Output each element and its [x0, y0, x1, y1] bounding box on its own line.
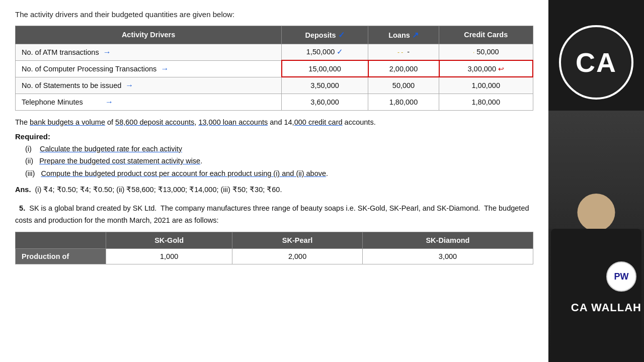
deposits-tick-icon: ✓ — [338, 31, 345, 39]
answer-text: Ans. (i) ₹4; ₹0.50; ₹4; ₹0.50; (ii) ₹58,… — [15, 184, 533, 196]
sidebar: CA PW CA WALLAH — [548, 0, 644, 362]
activity-table: Activity Drivers Deposits ✓ Loans ↗ Cred… — [15, 26, 533, 111]
required-label: Required: — [15, 132, 533, 141]
14000-underline: 000 credit card — [294, 118, 343, 126]
main-content: The activity drivers and their budgeted … — [0, 0, 548, 362]
sk-table-row: Production of 1,000 2,000 3,000 — [16, 248, 533, 264]
telephone-loans: 1,80,000 — [368, 94, 439, 110]
atm-credit: · 50,000 — [439, 44, 533, 60]
q5-number: 5. — [19, 204, 25, 212]
production-label: Production of — [16, 248, 106, 264]
col-header-activity: Activity Drivers — [16, 26, 282, 44]
prod-pearl: 2,000 — [232, 248, 363, 264]
required-item-iii: (iii) Compute the budgeted product cost … — [25, 167, 533, 180]
col-header-deposits: Deposits ✓ — [282, 26, 368, 44]
curve-icon: ↩ — [498, 65, 504, 73]
prepare-underline: Prepare the budgeted cost statement acti… — [39, 157, 200, 165]
statements-deposits: 3,50,000 — [282, 77, 368, 94]
required-item-i: (i) Calculate the budgeted rate for each… — [25, 143, 533, 155]
prod-diamond: 3,000 — [362, 248, 533, 264]
atm-deposits: 1,50,000 ✓ — [282, 44, 368, 60]
dot-icon: · — [473, 49, 474, 56]
required-item-ii: (ii) Prepare the budgeted cost statement… — [25, 155, 533, 167]
sk-col-diamond: SK-Diamond — [362, 232, 533, 248]
q5-text: 5. SK is a global brand created by SK Lt… — [15, 203, 533, 227]
bank-paragraph: The bank budgets a volume of 58,600 depo… — [15, 117, 533, 128]
ans-label: Ans. — [15, 186, 31, 194]
sk-col-empty — [16, 232, 106, 248]
sk-table: SK-Gold SK-Pearl SK-Diamond Production o… — [15, 232, 533, 264]
check-icon: ✓ — [337, 48, 343, 56]
table-row: No. of Statements to be issued → 3,50,00… — [16, 77, 533, 94]
dash-icon: - - — [397, 49, 403, 56]
13000-underline: 13,000 loan accounts — [198, 118, 268, 126]
statements-loans: 50,000 — [368, 77, 439, 94]
arrow-icon: → — [160, 64, 169, 73]
atm-loans: - - - — [368, 44, 439, 60]
row-computer-label: No. of Computer Processing Transactions … — [16, 60, 282, 77]
loans-arrow-icon: ↗ — [412, 31, 419, 39]
row-telephone-label: Telephone Minutes → — [16, 94, 282, 110]
person-head — [578, 194, 615, 231]
prod-gold: 1,000 — [106, 248, 232, 264]
sk-col-pearl: SK-Pearl — [232, 232, 363, 248]
person-area: PW CA WALLAH — [548, 111, 644, 362]
table-row: No. of Computer Processing Transactions … — [16, 60, 533, 77]
table-row: Telephone Minutes → 3,60,000 1,80,000 1,… — [16, 94, 533, 110]
question-5-block: 5. SK is a global brand created by SK Lt… — [15, 203, 533, 227]
row-atm-label: No. of ATM transactions → — [16, 44, 282, 60]
required-list: (i) Calculate the budgeted rate for each… — [15, 143, 533, 180]
intro-paragraph: The activity drivers and their budgeted … — [15, 9, 533, 21]
telephone-credit: 1,80,000 — [439, 94, 533, 110]
telephone-deposits: 3,60,000 — [282, 94, 368, 110]
computer-loans: 2,00,000 — [368, 60, 439, 77]
row-statements-label: No. of Statements to be issued → — [16, 77, 282, 94]
ca-logo-circle: CA — [559, 25, 633, 100]
ca-logo-text: CA — [576, 47, 617, 78]
table-row: No. of ATM transactions → 1,50,000 ✓ - -… — [16, 44, 533, 60]
sk-col-gold: SK-Gold — [106, 232, 232, 248]
pw-text: PW — [614, 272, 629, 282]
person-shadow — [548, 229, 644, 362]
calculate-underline: Calculate the budgeted rate for each act… — [40, 145, 182, 153]
col-header-credit-cards: Credit Cards — [439, 26, 533, 44]
statements-credit: 1,00,000 — [439, 77, 533, 94]
arrow-icon: → — [105, 98, 113, 106]
required-section: Required: (i) Calculate the budgeted rat… — [15, 132, 533, 180]
arrow-icon: → — [125, 81, 133, 89]
58600-underline: 58,600 deposit accounts — [115, 118, 194, 126]
compute-underline: Compute the budgeted product cost per ac… — [41, 169, 326, 177]
pw-badge: PW — [606, 261, 636, 292]
bank-underline: bank budgets a volume — [30, 118, 105, 126]
computer-deposits: 15,00,000 — [282, 60, 368, 77]
computer-credit: 3,00,000 ↩ — [439, 60, 533, 77]
col-header-loans: Loans ↗ — [368, 26, 439, 44]
arrow-icon: → — [103, 48, 111, 56]
ca-wallah-text: CA WALLAH — [553, 301, 641, 314]
